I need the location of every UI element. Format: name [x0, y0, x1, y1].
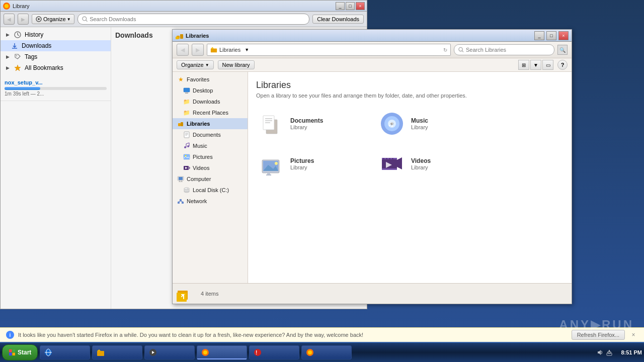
nav-recent-places-label: Recent Places — [193, 110, 228, 116]
taskbar-firefox-btn[interactable] — [197, 345, 247, 359]
lib-organize-dropdown-icon: ▼ — [205, 63, 209, 67]
taskbar-antivirus-btn[interactable]: ! — [249, 345, 299, 359]
lib-search-btn[interactable]: 🔍 — [557, 45, 568, 55]
lib-organize-btn[interactable]: Organize ▼ — [177, 60, 214, 69]
svg-rect-69 — [383, 158, 384, 159]
videos-lib-name: Videos — [411, 157, 431, 164]
svg-point-8 — [16, 55, 17, 56]
lib-help-btn[interactable]: ? — [557, 60, 568, 70]
start-label: Start — [18, 349, 31, 356]
firefox-minimize-btn[interactable]: _ — [336, 2, 345, 10]
sidebar-item-downloads[interactable]: Downloads — [1, 40, 111, 51]
taskbar-ie-btn[interactable] — [40, 345, 90, 359]
nav-pictures-label: Pictures — [193, 154, 213, 160]
pictures-lib-text: Pictures Library — [290, 157, 314, 170]
firefox-window-title: Library — [13, 3, 334, 9]
library-item-pictures[interactable]: Pictures Library — [256, 149, 367, 179]
downloads-label: Downloads — [22, 42, 51, 49]
lib-back-btn[interactable]: ◀ — [177, 44, 189, 56]
svg-point-3 — [38, 18, 40, 20]
history-icon — [14, 31, 22, 39]
nav-item-libraries[interactable]: Libraries — [173, 118, 248, 129]
taskbar-media-btn[interactable] — [144, 345, 195, 359]
nav-item-local-disk[interactable]: Local Disk (C:) — [173, 185, 248, 196]
svg-point-86 — [203, 350, 207, 354]
nav-item-desktop[interactable]: Desktop — [173, 85, 248, 96]
nav-item-videos[interactable]: Videos — [173, 162, 248, 173]
system-tray — [593, 349, 617, 356]
sidebar-item-all-bookmarks[interactable]: ▶ All Bookmarks — [1, 62, 111, 73]
libraries-body: ★ Favorites Desktop 📁 Downloads 📁 Recent… — [173, 72, 572, 283]
videos-lib-icon — [379, 151, 405, 177]
libraries-minimize-btn[interactable]: _ — [534, 31, 544, 40]
address-folder-icon — [210, 46, 217, 53]
nav-item-docs[interactable]: Documents — [173, 129, 248, 140]
library-item-documents[interactable]: Documents Library — [256, 109, 367, 139]
bookmarks-expand-icon: ▶ — [5, 65, 11, 71]
lib-preview-pane-btn[interactable]: ▭ — [542, 60, 553, 70]
nav-item-downloads[interactable]: 📁 Downloads — [173, 96, 248, 107]
taskbar-explorer-btn[interactable] — [92, 345, 142, 359]
network-tray-icon — [606, 349, 613, 356]
svg-rect-29 — [184, 154, 190, 159]
firefox2-taskbar-icon — [306, 348, 314, 356]
lib-address-bar[interactable]: Libraries ▼ ↻ — [207, 44, 451, 56]
nav-item-music[interactable]: Music — [173, 140, 248, 151]
svg-rect-44 — [180, 199, 182, 201]
firefox-close-btn[interactable]: × — [356, 2, 365, 10]
lib-statusbar-count: 4 items — [201, 291, 218, 297]
svg-rect-13 — [211, 48, 217, 52]
music-lib-sub: Library — [411, 124, 428, 130]
nav-item-favorites[interactable]: ★ Favorites — [173, 74, 248, 85]
organize-btn[interactable]: Organize ▼ — [32, 14, 74, 24]
svg-text:♫: ♫ — [388, 120, 394, 128]
lib-main-title: Libraries — [256, 80, 564, 90]
libraries-maximize-btn[interactable]: □ — [546, 31, 556, 40]
history-label: History — [25, 31, 43, 38]
lib-search-icon — [458, 47, 464, 53]
lib-view-details-btn[interactable]: ⊞ — [518, 60, 529, 70]
clear-downloads-btn[interactable]: Clear Downloads — [312, 15, 364, 24]
svg-marker-91 — [598, 350, 601, 355]
nav-music-label: Music — [193, 143, 207, 149]
lib-search-input[interactable] — [466, 47, 550, 53]
svg-rect-20 — [184, 132, 189, 138]
nav-videos-icon — [183, 164, 191, 172]
lib-organize-label: Organize — [181, 62, 204, 68]
nav-item-recent-places[interactable]: 📁 Recent Places — [173, 107, 248, 118]
libraries-close-btn[interactable]: × — [558, 31, 569, 40]
notification-icon: i — [6, 331, 14, 339]
taskbar-firefox2-btn[interactable] — [301, 345, 352, 359]
nav-item-network[interactable]: Network — [173, 196, 248, 207]
library-item-music[interactable]: ♫ Music Library — [377, 109, 488, 139]
library-item-videos[interactable]: Videos Library — [377, 149, 488, 179]
desktop: Library _ □ × ◀ ▶ Organize ▼ Clear Downl… — [0, 0, 644, 362]
svg-point-25 — [187, 145, 189, 147]
firefox-sidebar: ▶ History Downloads ▶ — [1, 27, 111, 309]
svg-rect-35 — [179, 177, 183, 180]
nav-item-pictures[interactable]: Pictures — [173, 151, 248, 162]
back-btn[interactable]: ◀ — [4, 14, 15, 25]
svg-point-41 — [184, 188, 189, 190]
lib-nav-pane: ★ Favorites Desktop 📁 Downloads 📁 Recent… — [173, 72, 248, 283]
lib-statusbar: 4 items — [173, 283, 572, 304]
lib-view-dropdown-btn[interactable]: ▼ — [530, 60, 541, 70]
lib-new-library-btn[interactable]: New library — [218, 60, 255, 69]
lib-forward-btn[interactable]: ▶ — [192, 44, 204, 56]
videos-lib-text: Videos Library — [411, 157, 431, 170]
forward-btn[interactable]: ▶ — [18, 14, 29, 25]
search-downloads-container — [77, 14, 310, 25]
start-button[interactable]: Start — [2, 344, 38, 360]
search-downloads-input[interactable] — [90, 16, 305, 22]
address-refresh-icon: ↻ — [443, 47, 447, 53]
music-lib-name: Music — [411, 117, 428, 124]
firefox-taskbar-icon — [201, 348, 209, 356]
documents-lib-sub: Library — [290, 124, 323, 130]
sidebar-item-tags[interactable]: ▶ Tags — [1, 51, 111, 62]
nav-pictures-icon — [183, 153, 191, 161]
nav-desktop-label: Desktop — [193, 87, 213, 94]
nav-item-computer[interactable]: Computer — [173, 173, 248, 185]
lib-command-toolbar: Organize ▼ New library ⊞ ▼ ▭ ? — [173, 58, 572, 72]
firefox-maximize-btn[interactable]: □ — [346, 2, 355, 10]
sidebar-item-history[interactable]: ▶ History — [1, 29, 111, 40]
